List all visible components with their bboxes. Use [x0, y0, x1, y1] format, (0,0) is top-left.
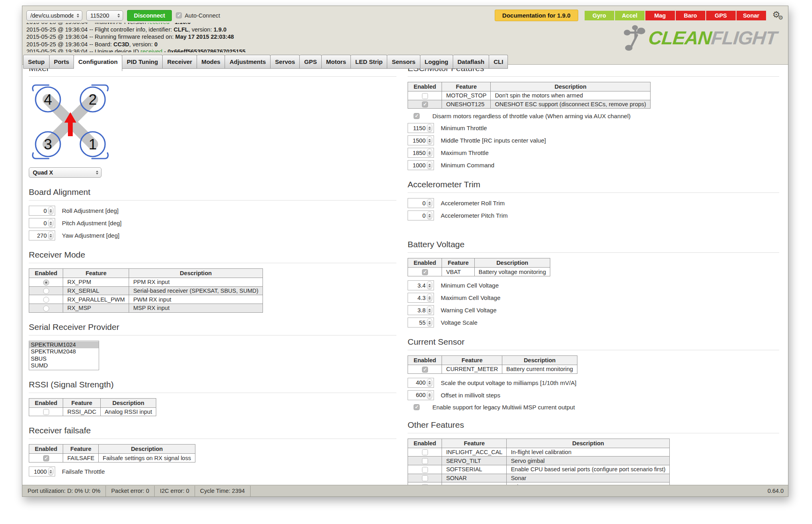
- serial-provider-listbox[interactable]: SPEKTRUM1024SPEKTRUM2048SBUSSUMD: [29, 341, 99, 370]
- checkbox-oneshot125[interactable]: [422, 101, 428, 107]
- checkbox-telemetry[interactable]: [422, 484, 428, 485]
- numeric-input-maximum-cell-voltage[interactable]: 4.3: [408, 293, 434, 303]
- spinner-icon[interactable]: [427, 281, 432, 290]
- option-sumd[interactable]: SUMD: [29, 362, 99, 369]
- mixer-type-select[interactable]: Quad X: [29, 167, 102, 178]
- sensor-badges: GyroAccelMagBaroGPSSonar: [585, 11, 766, 20]
- checkbox-rssi-adc[interactable]: [43, 409, 49, 415]
- checkbox-label: Enable support for legacy Multiwii MSP c…: [432, 404, 575, 411]
- motor-number: 3: [44, 136, 52, 153]
- spinner-icon[interactable]: [48, 206, 54, 215]
- table-row: ONESHOT125ONESHOT ESC support (disconnec…: [408, 100, 651, 109]
- numeric-input-pitch-adjustment-deg[interactable]: 0: [29, 218, 55, 228]
- rssi-table: EnabledFeatureDescriptionRSSI_ADCAnalog …: [29, 398, 396, 417]
- tab-cli[interactable]: CLI: [489, 55, 508, 69]
- numeric-input-accelerometer-pitch-trim[interactable]: 0: [408, 210, 434, 220]
- documentation-button[interactable]: Documentation for 1.9.0: [495, 10, 578, 21]
- motor-number: 1: [89, 136, 97, 153]
- option-spektrum2048[interactable]: SPEKTRUM2048: [29, 348, 99, 355]
- tab-motors[interactable]: Motors: [322, 55, 351, 69]
- spinner-icon[interactable]: [427, 136, 432, 145]
- numeric-input-voltage-scale[interactable]: 55: [408, 318, 434, 328]
- numeric-input-yaw-adjustment-deg[interactable]: 270: [29, 230, 55, 240]
- tab-logging[interactable]: Logging: [420, 55, 453, 69]
- spinner-icon[interactable]: [427, 149, 432, 157]
- tab-dataflash[interactable]: Dataflash: [453, 55, 490, 69]
- checkbox-inflight-acc-cal[interactable]: [422, 449, 428, 455]
- numeric-input-minimum-command[interactable]: 1000: [408, 160, 434, 170]
- radio-rx-ppm[interactable]: [43, 280, 49, 286]
- section-title-other-features: Other Features: [408, 420, 779, 433]
- checkbox-motor-stop[interactable]: [422, 93, 428, 99]
- tab-gps[interactable]: GPS: [300, 55, 322, 69]
- checkbox-disarm-motors-regardless-of-throttle-val[interactable]: [414, 113, 420, 119]
- numeric-input-offset-in-millivolt-steps[interactable]: 600: [408, 390, 434, 400]
- port-select[interactable]: /dev/cu.usbmoden: [26, 10, 82, 21]
- numeric-input-maximum-throttle[interactable]: 1850: [408, 148, 434, 158]
- radio-rx-msp[interactable]: [43, 306, 49, 312]
- option-spektrum1024[interactable]: SPEKTRUM1024: [29, 341, 99, 349]
- radio-rx-serial[interactable]: [43, 288, 49, 294]
- status-item: Port utilization: D: 0% U: 0%: [22, 486, 106, 496]
- log-line: 2015-05-25 @ 19:36:04 -- Board: CC3D, ve…: [26, 41, 589, 48]
- tab-setup[interactable]: Setup: [23, 55, 50, 69]
- checkbox-failsafe[interactable]: [43, 455, 49, 461]
- option-sbus[interactable]: SBUS: [29, 355, 99, 363]
- section-title-acc-trim: Accelerometer Trim: [408, 180, 779, 193]
- checkbox-softserial[interactable]: [422, 467, 428, 473]
- tab-configuration[interactable]: Configuration: [74, 55, 122, 71]
- auto-connect-label: Auto-Connect: [185, 12, 220, 19]
- spinner-icon[interactable]: [427, 124, 432, 132]
- tab-modes[interactable]: Modes: [197, 55, 225, 69]
- numeric-input-middle-throttle-rc-inputs-center-value[interactable]: 1500: [408, 135, 434, 145]
- spinner-icon[interactable]: [427, 294, 432, 302]
- spinner-icon[interactable]: [427, 318, 432, 327]
- settings-gear-icon[interactable]: ⚙⚙: [772, 10, 783, 20]
- tab-receiver[interactable]: Receiver: [163, 55, 197, 69]
- log-line: 2015-05-25 @ 19:36:04 -- MultiWii API ve…: [26, 23, 589, 26]
- spinner-icon[interactable]: [48, 231, 54, 240]
- column-header: Enabled: [408, 82, 442, 91]
- tab-adjustments[interactable]: Adjustments: [225, 55, 271, 69]
- checkbox-sonar[interactable]: [422, 475, 428, 481]
- tab-ports[interactable]: Ports: [50, 55, 74, 69]
- spinner-icon[interactable]: [427, 391, 432, 399]
- tab-pid-tuning[interactable]: PID Tuning: [122, 55, 163, 69]
- tab-servos[interactable]: Servos: [271, 55, 300, 69]
- table-row: RSSI_ADCAnalog RSSI input: [29, 407, 156, 416]
- numeric-input-minimum-cell-voltage[interactable]: 3.4: [408, 280, 434, 290]
- spinner-icon[interactable]: [427, 306, 432, 314]
- checkbox-servo-tilt[interactable]: [422, 458, 428, 464]
- spinner-icon[interactable]: [427, 379, 432, 387]
- sensor-badge-baro: Baro: [676, 11, 705, 20]
- feature-name: RX_SERIAL: [63, 286, 129, 295]
- numeric-input-warning-cell-voltage[interactable]: 3.8: [408, 305, 434, 315]
- baud-select[interactable]: 115200: [86, 10, 123, 21]
- checkbox-enable-support-for-legacy-multiwii-msp-c[interactable]: [414, 404, 420, 410]
- column-header: Description: [474, 258, 550, 268]
- numeric-input-minimum-throttle[interactable]: 1150: [408, 123, 434, 133]
- auto-connect-checkbox[interactable]: [176, 12, 182, 18]
- feature-name: FAILSAFE: [63, 454, 99, 462]
- spinner-icon[interactable]: [427, 199, 432, 207]
- other-features-table: EnabledFeatureDescriptionINFLIGHT_ACC_CA…: [408, 439, 779, 485]
- esc-motor-table: EnabledFeatureDescriptionMOTOR_STOPDon't…: [408, 82, 779, 109]
- numeric-input-failsafe-throttle[interactable]: 1000: [29, 466, 55, 476]
- spinner-icon[interactable]: [427, 161, 432, 169]
- checkbox-current-meter[interactable]: [422, 367, 428, 373]
- numeric-input-roll-adjustment-deg[interactable]: 0: [29, 206, 55, 216]
- feature-name: TELEMETRY: [442, 482, 507, 485]
- numeric-input-scale-the-output-voltage-to-milliamps-1-10th-mv-a[interactable]: 400: [408, 378, 434, 388]
- section-title-serial-provider: Serial Receiver Provider: [29, 322, 396, 335]
- feature-description: Failsafe settings on RX signal loss: [99, 454, 195, 462]
- spinner-icon[interactable]: [48, 219, 54, 227]
- tab-sensors[interactable]: Sensors: [387, 55, 420, 69]
- failsafe-table: EnabledFeatureDescriptionFAILSAFEFailsaf…: [29, 444, 396, 462]
- tab-led-strip[interactable]: LED Strip: [351, 55, 387, 69]
- spinner-icon[interactable]: [427, 211, 432, 220]
- disconnect-button[interactable]: Disconnect: [127, 10, 172, 21]
- numeric-input-accelerometer-roll-trim[interactable]: 0: [408, 198, 434, 208]
- spinner-icon[interactable]: [48, 467, 54, 476]
- checkbox-vbat[interactable]: [422, 269, 428, 275]
- radio-rx-parallel-pwm[interactable]: [43, 297, 49, 303]
